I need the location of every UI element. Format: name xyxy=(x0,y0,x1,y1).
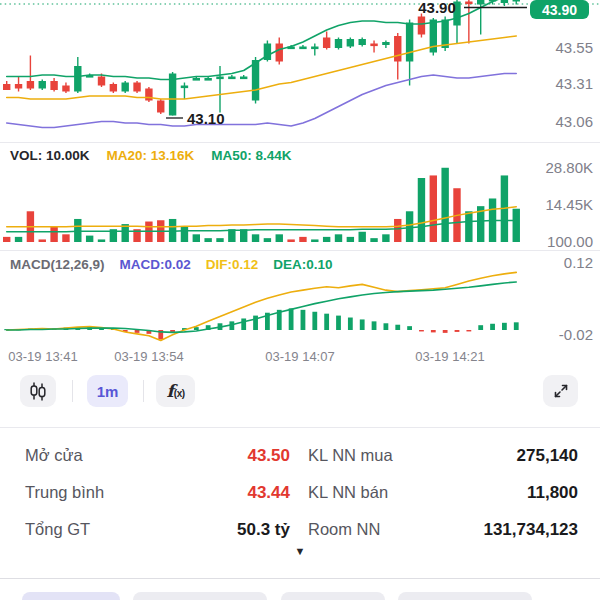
volume-legend: VOL: 10.00K MA20: 13.16K MA50: 8.44K xyxy=(10,148,292,163)
expand-icon xyxy=(552,382,570,400)
time-axis-label: 03-19 13:41 xyxy=(8,349,77,364)
svg-text:0.12: 0.12 xyxy=(564,254,593,271)
interval-button[interactable]: 1m xyxy=(87,375,128,407)
dif-value-label: DIF:0.12 xyxy=(206,257,259,272)
svg-text:-0.02: -0.02 xyxy=(559,326,593,343)
bottom-tab-button-2[interactable] xyxy=(133,592,267,600)
stat-value-foreign-room: 131,734,123 xyxy=(483,520,578,540)
macd-value-label: MACD:0.02 xyxy=(120,257,191,272)
time-axis-label: 03-19 14:21 xyxy=(415,349,484,364)
stat-value-open: 43.50 xyxy=(175,446,290,466)
svg-text:43.31: 43.31 xyxy=(555,75,593,92)
volume-ma50-label: MA50: 8.44K xyxy=(211,148,291,163)
toolbar-separator xyxy=(143,380,144,402)
stat-label-open: Mở cửa xyxy=(25,446,175,465)
macd-name-label: MACD(12,26,9) xyxy=(10,257,105,272)
stat-value-foreign-buy: 275,140 xyxy=(517,446,578,466)
stat-value-total-value: 50.3 tỷ xyxy=(175,520,290,540)
macd-legend: MACD(12,26,9) MACD:0.02 DIF:0.12 DEA:0.1… xyxy=(10,257,333,272)
stat-value-foreign-sell: 11,800 xyxy=(527,483,578,503)
indicators-button[interactable]: f(x) xyxy=(156,375,195,407)
stat-label-average: Trung bình xyxy=(25,483,175,502)
svg-text:43.06: 43.06 xyxy=(555,113,593,130)
svg-text:28.80K: 28.80K xyxy=(545,159,593,176)
current-price-badge: 43.90 xyxy=(530,0,589,19)
bottom-tab-button-4[interactable] xyxy=(398,592,532,600)
bottom-tab-button-1[interactable] xyxy=(22,592,120,600)
section-divider xyxy=(0,427,600,428)
chart-type-button[interactable] xyxy=(20,375,56,407)
fx-icon: f(x) xyxy=(166,381,184,401)
time-axis-label: 03-19 14:07 xyxy=(265,349,334,364)
svg-text:100.00: 100.00 xyxy=(547,233,593,250)
toolbar-separator xyxy=(72,380,73,402)
stats-row: Mở cửa 43.50 KL NN mua 275,140 xyxy=(25,437,578,474)
stat-label-total-value: Tổng GT xyxy=(25,520,175,539)
stats-row: Tổng GT 50.3 tỷ Room NN 131,734,123 xyxy=(25,511,578,548)
stat-label-foreign-room: Room NN xyxy=(308,520,483,539)
svg-text:43.90: 43.90 xyxy=(418,0,456,16)
dea-value-label: DEA:0.10 xyxy=(273,257,332,272)
stat-label-foreign-buy: KL NN mua xyxy=(308,446,517,465)
section-divider xyxy=(0,578,600,579)
stat-value-average: 43.44 xyxy=(175,483,290,503)
svg-text:14.45K: 14.45K xyxy=(545,196,593,213)
volume-value-label: VOL: 10.00K xyxy=(10,148,90,163)
volume-ma20-label: MA20: 13.16K xyxy=(107,148,195,163)
svg-text:43.10: 43.10 xyxy=(187,110,225,127)
fullscreen-button[interactable] xyxy=(543,375,578,407)
price-chart[interactable]: 43.9043.1043.5543.3143.06 xyxy=(0,0,600,142)
candlestick-icon xyxy=(28,381,48,401)
stats-row: Trung bình 43.44 KL NN bán 11,800 xyxy=(25,474,578,511)
time-axis-label: 03-19 13:54 xyxy=(114,349,183,364)
stat-label-foreign-sell: KL NN bán xyxy=(308,483,527,502)
stock-chart-screen: 43.9043.1043.5543.3143.06 43.90 28.80K14… xyxy=(0,0,600,600)
collapse-chevron-icon[interactable]: ▼ xyxy=(0,544,600,558)
svg-text:43.55: 43.55 xyxy=(555,39,593,56)
bottom-tab-button-3[interactable] xyxy=(281,592,385,600)
